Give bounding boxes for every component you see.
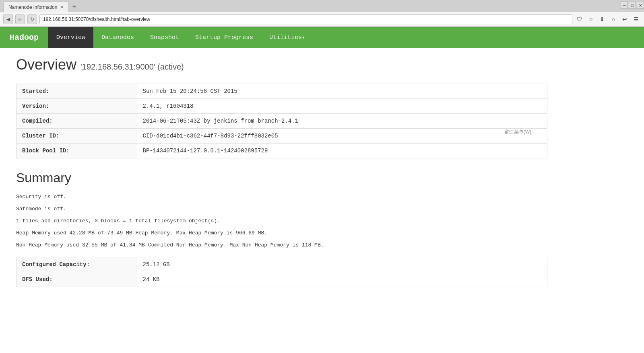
tab-title: Namenode information xyxy=(8,4,57,10)
security-icon: 🛡 xyxy=(575,14,584,24)
summary-title: Summary xyxy=(16,170,547,185)
label-compiled: Compiled: xyxy=(17,114,137,129)
minimize-button[interactable]: ─ xyxy=(621,2,628,9)
forward-button[interactable]: ▶ xyxy=(15,14,25,24)
label-configured-capacity: Configured Capacity: xyxy=(17,257,137,272)
label-version: Version: xyxy=(17,99,137,114)
table-row-dfs-used: DFS Used: 24 KB xyxy=(17,272,547,287)
summary-line-3: Heap Memory used 42.28 MB of 73.49 MB He… xyxy=(16,228,547,238)
download-icon[interactable]: ⬇ xyxy=(597,14,607,24)
new-tab-button[interactable]: + xyxy=(69,2,79,12)
page-title: Overview xyxy=(16,56,76,73)
label-block-pool-id: Block Pool ID: xyxy=(17,144,137,158)
table-row-cluster-id: Cluster ID: CID-d01cd4b1-c362-44f7-8d93-… xyxy=(17,129,547,144)
nav-item-startup-progress[interactable]: Startup Progress xyxy=(187,27,261,48)
page-subtitle: '192.168.56.31:9000' (active) xyxy=(80,62,184,72)
navbar-items: Overview Datanodes Snapshot Startup Prog… xyxy=(48,27,313,48)
table-row-block-pool-id: Block Pool ID: BP-1434072144-127.0.0.1-1… xyxy=(17,144,547,158)
nav-item-overview[interactable]: Overview xyxy=(48,27,93,48)
summary-table: Configured Capacity: 25.12 GB DFS Used: … xyxy=(16,257,547,287)
value-started: Sun Feb 15 20:24:58 CST 2015 xyxy=(137,84,547,99)
label-started: Started: xyxy=(17,84,137,99)
url-text: 192.168.56.31:50070/dfshealth.html#tab-o… xyxy=(43,16,150,22)
table-row-started: Started: Sun Feb 15 20:24:58 CST 2015 xyxy=(17,84,547,99)
summary-text-block: Security is off. Safemode is off. 1 file… xyxy=(16,192,547,250)
nav-item-snapshot[interactable]: Snapshot xyxy=(142,27,187,48)
summary-line-2: 1 files and directories, 0 blocks = 1 to… xyxy=(16,216,547,226)
window-menu[interactable]: 窗口菜单(W) xyxy=(504,129,531,135)
back-arrow-icon[interactable]: ↩ xyxy=(620,14,630,24)
value-version: 2.4.1, r1604318 xyxy=(137,99,547,114)
table-row-version: Version: 2.4.1, r1604318 xyxy=(17,99,547,114)
browser-tab[interactable]: Namenode information ✕ xyxy=(3,2,69,12)
back-button[interactable]: ◀ xyxy=(3,14,13,24)
summary-line-1: Safemode is off. xyxy=(16,204,547,214)
close-button[interactable]: ✕ xyxy=(637,2,644,9)
address-bar[interactable]: 192.168.56.31:50070/dfshealth.html#tab-o… xyxy=(39,14,572,24)
tab-close-icon[interactable]: ✕ xyxy=(60,5,64,9)
table-row-compiled: Compiled: 2014-06-21T05:43Z by jenkins f… xyxy=(17,114,547,129)
navbar-brand[interactable]: Hadoop xyxy=(0,27,48,48)
summary-line-0: Security is off. xyxy=(16,192,547,202)
overview-table: Started: Sun Feb 15 20:24:58 CST 2015 Ve… xyxy=(16,84,547,158)
home-icon[interactable]: ⌂ xyxy=(609,14,618,24)
label-dfs-used: DFS Used: xyxy=(17,272,137,287)
nav-item-utilities[interactable]: Utilities xyxy=(261,27,313,48)
nav-item-datanodes[interactable]: Datanodes xyxy=(93,27,142,48)
value-configured-capacity: 25.12 GB xyxy=(137,257,547,272)
value-dfs-used: 24 KB xyxy=(137,272,547,287)
main-content: Overview '192.168.56.31:9000' (active) 窗… xyxy=(0,48,564,295)
summary-line-4: Non Heap Memory used 32.55 MB of 41.34 M… xyxy=(16,240,547,250)
navbar: Hadoop Overview Datanodes Snapshot Start… xyxy=(0,27,644,48)
maximize-button[interactable]: □ xyxy=(629,2,636,9)
value-compiled: 2014-06-21T05:43Z by jenkins from branch… xyxy=(137,114,547,129)
label-cluster-id: Cluster ID: xyxy=(17,129,137,144)
value-cluster-id: CID-d01cd4b1-c362-44f7-8d93-22fff8032e05 xyxy=(137,129,547,144)
menu-icon[interactable]: ☰ xyxy=(631,14,641,24)
table-row-configured-capacity: Configured Capacity: 25.12 GB xyxy=(17,257,547,272)
refresh-button[interactable]: ↻ xyxy=(27,14,37,24)
value-block-pool-id: BP-1434072144-127.0.0.1-1424002895729 xyxy=(137,144,547,158)
bookmark-star-icon[interactable]: ☆ xyxy=(586,14,596,24)
